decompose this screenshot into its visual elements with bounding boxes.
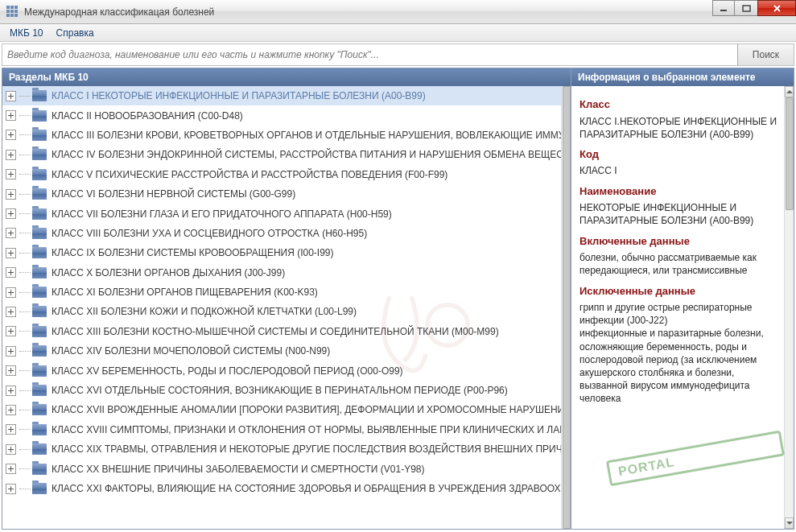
tree-row[interactable]: КЛАСС III БОЛЕЗНИ КРОВИ, КРОВЕТВОРНЫХ ОР…: [2, 126, 561, 145]
expand-icon[interactable]: [6, 91, 16, 101]
tree-row[interactable]: КЛАСС VII БОЛЕЗНИ ГЛАЗА И ЕГО ПРИДАТОЧНО…: [2, 204, 561, 223]
expand-icon[interactable]: [6, 484, 16, 494]
tree-row[interactable]: КЛАСС XIX ТРАВМЫ, ОТРАВЛЕНИЯ И НЕКОТОРЫЕ…: [2, 439, 561, 459]
expand-icon[interactable]: [6, 424, 16, 435]
expand-icon[interactable]: [6, 444, 16, 455]
close-button[interactable]: [757, 0, 796, 16]
menu-item-help[interactable]: Справка: [50, 26, 101, 40]
folder-icon: [32, 404, 47, 415]
tree-row-label: КЛАСС IV БОЛЕЗНИ ЭНДОКРИННОЙ СИСТЕМЫ, РА…: [52, 149, 561, 160]
expand-icon[interactable]: [6, 150, 16, 160]
sections-panel: Разделы МКБ 10 КЛАСС I НЕКОТОРЫЕ ИНФЕКЦИ…: [2, 68, 571, 530]
tree-row-label: КЛАСС II НОВООБРАЗОВАНИЯ (C00-D48): [52, 110, 243, 122]
expand-icon[interactable]: [6, 110, 16, 121]
info-scrollbar[interactable]: [784, 86, 794, 529]
info-class-value: КЛАСС I.НЕКОТОРЫЕ ИНФЕКЦИОННЫЕ И ПАРАЗИТ…: [579, 115, 777, 141]
tree-row[interactable]: КЛАСС XVIII СИМПТОМЫ, ПРИЗНАКИ И ОТКЛОНЕ…: [2, 420, 561, 439]
info-excluded-label: Исключенные данные: [579, 284, 777, 299]
tree-row-label: КЛАСС III БОЛЕЗНИ КРОВИ, КРОВЕТВОРНЫХ ОР…: [52, 130, 561, 141]
folder-icon: [32, 385, 47, 396]
svg-rect-1: [743, 6, 750, 11]
svg-rect-0: [720, 10, 727, 11]
search-bar: Поиск: [2, 43, 794, 66]
app-icon: [6, 6, 19, 19]
expand-icon[interactable]: [6, 287, 16, 298]
folder-icon: [32, 424, 47, 435]
expand-icon[interactable]: [6, 326, 16, 336]
tree-row[interactable]: КЛАСС X БОЛЕЗНИ ОРГАНОВ ДЫХАНИЯ (J00-J99…: [2, 263, 561, 282]
info-name-value: НЕКОТОРЫЕ ИНФЕКЦИОННЫЕ И ПАРАЗИТАРНЫЕ БО…: [579, 201, 777, 227]
expand-icon[interactable]: [6, 267, 16, 278]
tree-row-label: КЛАСС XX ВНЕШНИЕ ПРИЧИНЫ ЗАБОЛЕВАЕМОСТИ …: [52, 464, 425, 475]
tree-row[interactable]: КЛАСС XXI ФАКТОРЫ, ВЛИЯЮЩИЕ НА СОСТОЯНИЕ…: [2, 479, 561, 498]
tree-row[interactable]: КЛАСС VI БОЛЕЗНИ НЕРВНОЙ СИСТЕМЫ (G00-G9…: [2, 184, 561, 204]
folder-icon: [32, 149, 47, 160]
tree-row[interactable]: КЛАСС XII БОЛЕЗНИ КОЖИ И ПОДКОЖНОЙ КЛЕТЧ…: [2, 302, 561, 321]
tree-row-label: КЛАСС XIX ТРАВМЫ, ОТРАВЛЕНИЯ И НЕКОТОРЫЕ…: [52, 443, 561, 455]
expand-icon[interactable]: [6, 365, 16, 376]
expand-icon[interactable]: [6, 130, 16, 140]
folder-icon: [32, 287, 47, 298]
tree-row-label: КЛАСС I НЕКОТОРЫЕ ИНФЕКЦИОННЫЕ И ПАРАЗИТ…: [52, 90, 426, 101]
tree-row[interactable]: КЛАСС XVI ОТДЕЛЬНЫЕ СОСТОЯНИЯ, ВОЗНИКАЮЩ…: [2, 381, 561, 400]
tree-row-label: КЛАСС XVII ВРОЖДЕННЫЕ АНОМАЛИИ [ПОРОКИ Р…: [52, 404, 561, 415]
tree-row[interactable]: КЛАСС IV БОЛЕЗНИ ЭНДОКРИННОЙ СИСТЕМЫ, РА…: [2, 145, 561, 164]
tree-row-label: КЛАСС VI БОЛЕЗНИ НЕРВНОЙ СИСТЕМЫ (G00-G9…: [52, 188, 295, 200]
info-class-label: Класс: [579, 97, 777, 112]
tree-row-label: КЛАСС XVI ОТДЕЛЬНЫЕ СОСТОЯНИЯ, ВОЗНИКАЮЩ…: [52, 385, 508, 396]
expand-icon[interactable]: [6, 464, 16, 474]
minimize-button[interactable]: [712, 0, 735, 16]
window-titlebar: Международная классификацая болезней: [0, 0, 796, 24]
tree-row-label: КЛАСС VII БОЛЕЗНИ ГЛАЗА И ЕГО ПРИДАТОЧНО…: [52, 208, 392, 220]
tree-row[interactable]: КЛАСС XI БОЛЕЗНИ ОРГАНОВ ПИЩЕВАРЕНИЯ (K0…: [2, 282, 561, 302]
maximize-button[interactable]: [734, 0, 758, 16]
tree-row[interactable]: КЛАСС II НОВООБРАЗОВАНИЯ (C00-D48): [2, 105, 561, 125]
tree-row[interactable]: КЛАСС XX ВНЕШНИЕ ПРИЧИНЫ ЗАБОЛЕВАЕМОСТИ …: [2, 459, 561, 478]
info-included-label: Включенные данные: [579, 234, 777, 249]
expand-icon[interactable]: [6, 208, 16, 219]
expand-icon[interactable]: [6, 346, 16, 357]
tree-row-label: КЛАСС VIII БОЛЕЗНИ УХА И СОСЦЕВИДНОГО ОТ…: [52, 228, 367, 239]
expand-icon[interactable]: [6, 228, 16, 238]
folder-icon: [32, 306, 47, 317]
folder-icon: [32, 464, 47, 475]
expand-icon[interactable]: [6, 248, 16, 258]
info-name-label: Наименование: [579, 184, 777, 199]
tree-row[interactable]: КЛАСС I НЕКОТОРЫЕ ИНФЕКЦИОННЫЕ И ПАРАЗИТ…: [2, 86, 561, 105]
folder-icon: [32, 247, 47, 258]
info-excluded-value: грипп и другие острые респираторные инфе…: [579, 301, 777, 406]
info-code-label: Код: [579, 147, 777, 162]
folder-icon: [32, 483, 47, 494]
folder-icon: [32, 365, 47, 377]
info-panel-title: Информация о выбранном элементе: [571, 68, 794, 86]
expand-icon[interactable]: [6, 386, 16, 396]
folder-icon: [32, 130, 47, 141]
tree-row[interactable]: КЛАСС XIV БОЛЕЗНИ МОЧЕПОЛОВОЙ СИСТЕМЫ (N…: [2, 341, 561, 361]
tree-row[interactable]: КЛАСС XV БЕРЕМЕННОСТЬ, РОДЫ И ПОСЛЕРОДОВ…: [2, 361, 561, 380]
tree-view[interactable]: КЛАСС I НЕКОТОРЫЕ ИНФЕКЦИОННЫЕ И ПАРАЗИТ…: [2, 86, 561, 529]
tree-row-label: КЛАСС XVIII СИМПТОМЫ, ПРИЗНАКИ И ОТКЛОНЕ…: [52, 424, 561, 435]
menu-bar: МКБ 10 Справка: [0, 24, 796, 42]
tree-row[interactable]: КЛАСС VIII БОЛЕЗНИ УХА И СОСЦЕВИДНОГО ОТ…: [2, 224, 561, 243]
expand-icon[interactable]: [6, 169, 16, 179]
expand-icon[interactable]: [6, 307, 16, 317]
search-input[interactable]: [2, 44, 737, 65]
menu-item-mkb10[interactable]: МКБ 10: [3, 26, 50, 40]
expand-icon[interactable]: [6, 405, 16, 415]
search-button[interactable]: Поиск: [737, 44, 794, 65]
tree-row[interactable]: КЛАСС V ПСИХИЧЕСКИЕ РАССТРОЙСТВА И РАССТ…: [2, 165, 561, 184]
folder-icon: [32, 228, 47, 239]
tree-row[interactable]: КЛАСС XVII ВРОЖДЕННЫЕ АНОМАЛИИ [ПОРОКИ Р…: [2, 400, 561, 419]
window-title: Международная классификацая болезней: [24, 6, 214, 18]
sections-panel-title: Разделы МКБ 10: [2, 68, 571, 86]
folder-icon: [32, 90, 47, 101]
folder-icon: [32, 443, 47, 455]
folder-icon: [32, 110, 47, 122]
expand-icon[interactable]: [6, 189, 16, 200]
tree-row-label: КЛАСС IX БОЛЕЗНИ СИСТЕМЫ КРОВООБРАЩЕНИЯ …: [52, 247, 334, 258]
tree-scrollbar[interactable]: [561, 86, 571, 529]
tree-row[interactable]: КЛАСС XIII БОЛЕЗНИ КОСТНО-МЫШЕЧНОЙ СИСТЕ…: [2, 322, 561, 341]
tree-row-label: КЛАСС XIII БОЛЕЗНИ КОСТНО-МЫШЕЧНОЙ СИСТЕ…: [52, 326, 499, 337]
tree-row-label: КЛАСС X БОЛЕЗНИ ОРГАНОВ ДЫХАНИЯ (J00-J99…: [52, 267, 285, 278]
tree-row[interactable]: КЛАСС IX БОЛЕЗНИ СИСТЕМЫ КРОВООБРАЩЕНИЯ …: [2, 243, 561, 262]
